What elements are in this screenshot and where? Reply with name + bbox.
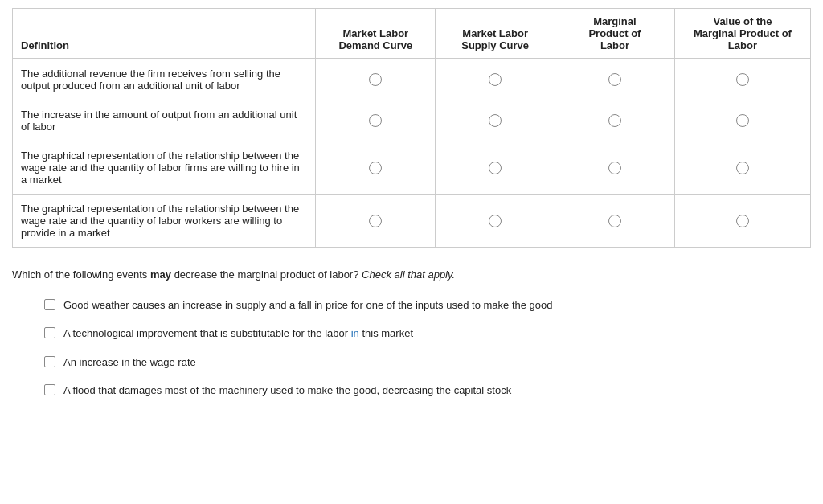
- row1-col3-radio[interactable]: [555, 59, 675, 100]
- radio-button[interactable]: [608, 162, 621, 174]
- row3-col4-radio[interactable]: [674, 141, 810, 195]
- highlight-in: in: [351, 327, 359, 339]
- table-row: The increase in the amount of output fro…: [13, 100, 810, 141]
- matching-table: Definition Market Labor Demand Curve Mar…: [13, 9, 810, 247]
- checkbox-item-1: Good weather causes an increase in suppl…: [44, 297, 811, 313]
- checkbox-label-opt3: An increase in the wage rate: [63, 354, 196, 371]
- question-prefix: Which of the following events: [12, 268, 150, 281]
- col-value-marginal-product-header: Value of the Marginal Product of Labor: [674, 9, 810, 59]
- checkbox-opt2[interactable]: [44, 327, 55, 338]
- table-row: The graphical representation of the rela…: [13, 195, 810, 248]
- radio-button[interactable]: [489, 73, 502, 86]
- row4-col2-radio[interactable]: [436, 195, 555, 248]
- table-row: The graphical representation of the rela…: [13, 141, 810, 195]
- row4-col1-radio[interactable]: [316, 195, 436, 248]
- radio-button[interactable]: [736, 162, 749, 174]
- col-market-labor-demand-header: Market Labor Demand Curve: [316, 9, 436, 59]
- checkbox-opt4[interactable]: [44, 384, 55, 395]
- radio-button[interactable]: [369, 162, 382, 174]
- row2-col3-radio[interactable]: [555, 100, 675, 141]
- radio-button[interactable]: [736, 114, 749, 127]
- row1-col2-radio[interactable]: [436, 59, 555, 100]
- col-marginal-product-header: Marginal Product of Labor: [555, 9, 675, 59]
- radio-button[interactable]: [736, 215, 749, 227]
- row1-col4-radio[interactable]: [674, 59, 810, 100]
- question-section: Which of the following events may decrea…: [12, 267, 811, 399]
- checkbox-item-3: An increase in the wage rate: [44, 354, 811, 371]
- checkbox-label-opt4: A flood that damages most of the machine…: [63, 383, 511, 399]
- radio-button[interactable]: [489, 215, 502, 227]
- row4-col3-radio[interactable]: [555, 195, 675, 248]
- row2-definition: The increase in the amount of output fro…: [13, 100, 316, 141]
- col-market-labor-supply-header: Market Labor Supply Curve: [436, 9, 555, 59]
- row2-col2-radio[interactable]: [436, 100, 555, 141]
- radio-button[interactable]: [608, 215, 621, 227]
- radio-button[interactable]: [369, 114, 382, 127]
- question-italic: Check all that apply.: [362, 268, 455, 281]
- checkbox-label-opt2: A technological improvement that is subs…: [63, 326, 413, 342]
- row3-definition: The graphical representation of the rela…: [13, 141, 316, 195]
- checkbox-label-opt1: Good weather causes an increase in suppl…: [63, 297, 553, 313]
- table-row: The additional revenue the firm receives…: [13, 59, 810, 100]
- row3-col2-radio[interactable]: [436, 141, 555, 195]
- col-definition-header: Definition: [13, 9, 316, 59]
- row4-definition: The graphical representation of the rela…: [13, 195, 316, 248]
- checkbox-item-2: A technological improvement that is subs…: [44, 326, 811, 342]
- row4-col4-radio[interactable]: [674, 195, 810, 248]
- row1-col1-radio[interactable]: [316, 59, 436, 100]
- question-suffix: decrease the marginal product of labor?: [171, 268, 362, 281]
- question-text: Which of the following events may decrea…: [12, 267, 811, 283]
- row2-col4-radio[interactable]: [674, 100, 810, 141]
- question-bold: may: [150, 268, 171, 281]
- radio-button[interactable]: [369, 215, 382, 227]
- row3-col1-radio[interactable]: [316, 141, 436, 195]
- row1-definition: The additional revenue the firm receives…: [13, 59, 316, 100]
- radio-button[interactable]: [736, 73, 749, 86]
- row2-col1-radio[interactable]: [316, 100, 436, 141]
- radio-button[interactable]: [489, 114, 502, 127]
- radio-button[interactable]: [608, 114, 621, 127]
- radio-button[interactable]: [489, 162, 502, 174]
- row3-col3-radio[interactable]: [555, 141, 675, 195]
- radio-button[interactable]: [369, 73, 382, 86]
- checkbox-item-4: A flood that damages most of the machine…: [44, 383, 811, 399]
- radio-button[interactable]: [608, 73, 621, 86]
- checkbox-opt1[interactable]: [44, 299, 55, 310]
- checkbox-opt3[interactable]: [44, 356, 55, 367]
